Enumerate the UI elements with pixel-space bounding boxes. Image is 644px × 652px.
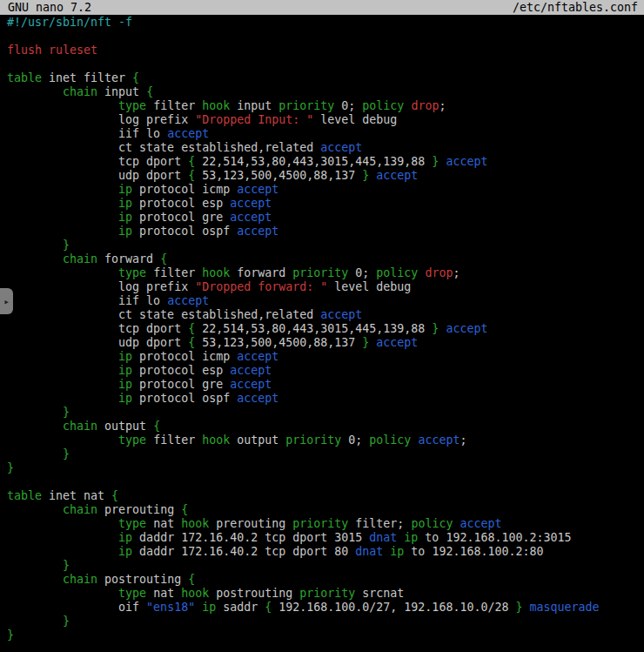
code-line: udp dport { 53,123,500,4500,88,137 } acc…	[7, 336, 644, 350]
code-line: }	[7, 461, 644, 475]
code-token: ip	[118, 531, 132, 544]
code-line: iif lo accept	[7, 127, 644, 141]
code-token: 0;	[348, 266, 376, 279]
code-token: table	[7, 71, 42, 84]
code-token	[7, 447, 63, 460]
code-line: }	[7, 406, 644, 420]
code-line: ct state established,related accept	[7, 141, 644, 155]
code-token: priority	[292, 517, 348, 530]
code-token: policy	[411, 517, 453, 530]
code-token	[7, 420, 63, 433]
code-token: accept	[230, 211, 272, 224]
code-token	[7, 406, 63, 419]
code-token: accept	[230, 378, 272, 391]
code-token: }	[63, 406, 70, 419]
code-token	[7, 211, 118, 224]
code-token: ip	[390, 545, 404, 558]
code-line: type filter hook input priority 0; polic…	[7, 99, 644, 113]
code-token: }	[63, 615, 70, 628]
code-token: protocol gre	[132, 211, 230, 224]
code-token: level debug	[327, 280, 411, 293]
code-line: }	[7, 615, 644, 628]
code-line	[7, 475, 644, 489]
editor-content[interactable]: #!/usr/sbin/nft -fflush rulesettable ine…	[0, 15, 644, 642]
code-token	[7, 559, 63, 572]
code-token: hook	[202, 99, 230, 112]
code-token: ;	[453, 266, 460, 279]
file-path-label: /etc/nftables.conf	[513, 0, 638, 15]
code-token: level debug	[313, 113, 397, 126]
code-line: chain input {	[7, 85, 644, 99]
code-token: 0;	[341, 434, 369, 447]
code-token: to 192.168.100.2:3015	[418, 531, 571, 544]
code-line: ct state established,related accept	[7, 308, 644, 322]
code-token: masquerade	[529, 601, 599, 614]
code-token: srcnat	[355, 587, 404, 600]
code-token: accept	[237, 225, 278, 238]
code-token: ct state established,related	[7, 141, 320, 154]
code-token: {	[181, 503, 188, 516]
code-line: ip protocol esp accept	[7, 364, 644, 378]
code-token: ip	[118, 211, 132, 224]
code-token: ip	[118, 225, 132, 238]
code-token: protocol icmp	[132, 183, 237, 196]
code-line: iif lo accept	[7, 294, 644, 308]
code-token: }	[7, 628, 14, 642]
code-line: }	[7, 559, 644, 573]
code-token: ip	[118, 392, 132, 405]
code-token: hook	[181, 587, 209, 600]
code-token: output	[97, 420, 153, 433]
code-line: }	[7, 447, 644, 461]
code-token: drop	[411, 99, 439, 112]
code-line: type filter hook output priority 0; poli…	[7, 434, 644, 447]
code-line: type nat hook postrouting priority srcna…	[7, 587, 644, 601]
code-token: dnat	[369, 531, 397, 544]
code-token: accept	[237, 183, 278, 196]
code-token: protocol esp	[132, 364, 230, 377]
code-token: }	[7, 461, 14, 474]
code-token	[7, 378, 118, 391]
code-line: table inet nat {	[7, 489, 644, 503]
code-token: 22,514,53,80,443,3015,445,139,88	[195, 155, 432, 168]
code-token: }	[63, 447, 70, 460]
code-token: filter	[146, 266, 202, 279]
code-token: accept	[446, 155, 487, 168]
terminal-screen: GNU nano 7.2 /etc/nftables.conf #!/usr/s…	[0, 0, 644, 652]
code-token: {	[132, 71, 139, 84]
code-token: chain	[63, 573, 97, 586]
code-token: saddr	[216, 601, 265, 614]
code-token: forward	[230, 266, 292, 279]
code-line: udp dport { 53,123,500,4500,88,137 } acc…	[7, 169, 644, 183]
code-token: accept	[376, 336, 418, 349]
code-token: nat	[146, 517, 181, 530]
novnc-control-handle[interactable]: ▸	[0, 288, 13, 314]
code-line: chain forward {	[7, 252, 644, 266]
code-line: type nat hook prerouting priority filter…	[7, 517, 644, 531]
code-token	[7, 266, 118, 279]
code-token: policy	[376, 266, 418, 279]
code-line: log prefix "Dropped forward: " level deb…	[7, 280, 644, 294]
code-token: "Dropped forward: "	[195, 280, 327, 293]
code-line: ip protocol icmp accept	[7, 350, 644, 364]
code-line: tcp dport { 22,514,53,80,443,3015,445,13…	[7, 322, 644, 336]
code-token: flush ruleset	[7, 44, 97, 57]
code-token: input	[230, 99, 278, 112]
code-token: accept	[237, 350, 278, 363]
code-token	[7, 85, 63, 98]
code-token: ip	[202, 601, 216, 614]
code-token: inet filter	[42, 71, 132, 84]
code-token: {	[111, 489, 118, 502]
code-token	[7, 573, 63, 586]
code-token: 0;	[334, 99, 362, 112]
code-line	[7, 57, 644, 71]
code-line: ip protocol esp accept	[7, 197, 644, 211]
code-token: prerouting	[97, 503, 181, 516]
code-token: priority	[285, 434, 341, 447]
code-line: log prefix "Dropped Input: " level debug	[7, 113, 644, 127]
code-token: protocol ospf	[132, 392, 237, 405]
code-line: #!/usr/sbin/nft -f	[7, 16, 644, 30]
code-token	[7, 350, 118, 363]
code-token: ;	[439, 99, 446, 112]
code-token: 22,514,53,80,443,3015,445,139,88	[195, 322, 432, 335]
code-token: 192.168.100.0/27, 192.168.10.0/28	[272, 601, 515, 614]
